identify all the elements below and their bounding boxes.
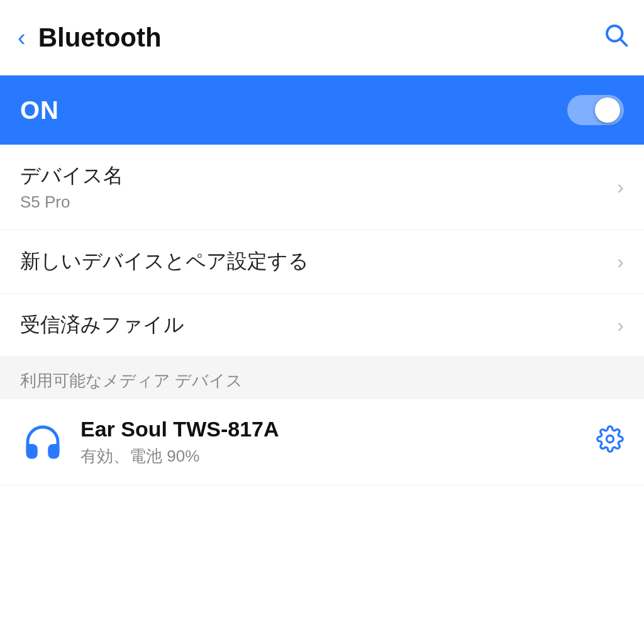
device-status: 有効、電池 90%	[80, 445, 279, 467]
chevron-icon: ›	[617, 314, 624, 337]
toggle-switch[interactable]	[567, 95, 624, 125]
section-header-label: 利用可能なメディア デバイス	[20, 371, 243, 390]
menu-section: デバイス名 S5 Pro › 新しいデバイスとペア設定する › 受信済みファイル…	[0, 145, 644, 357]
menu-item-pair-new-device[interactable]: 新しいデバイスとペア設定する ›	[0, 230, 644, 294]
device-row-left: Ear Soul TWS-817A 有効、電池 90%	[20, 417, 279, 467]
header: ‹ Bluetooth	[0, 0, 644, 75]
device-info: Ear Soul TWS-817A 有効、電池 90%	[80, 417, 279, 467]
headphone-icon	[20, 419, 65, 465]
chevron-icon: ›	[617, 175, 624, 199]
menu-item-device-name[interactable]: デバイス名 S5 Pro ›	[0, 145, 644, 230]
menu-item-pair-new-device-title: 新しいデバイスとペア設定する	[20, 248, 309, 275]
toggle-knob	[595, 97, 620, 123]
chevron-icon: ›	[617, 250, 624, 274]
back-button[interactable]: ‹	[15, 23, 28, 52]
toggle-label: ON	[20, 96, 59, 125]
device-row-ear-soul[interactable]: Ear Soul TWS-817A 有効、電池 90%	[0, 399, 644, 486]
available-devices-section-header: 利用可能なメディア デバイス	[0, 357, 644, 399]
gear-icon[interactable]	[596, 425, 624, 459]
header-left: ‹ Bluetooth	[15, 23, 162, 53]
menu-item-device-name-content: デバイス名 S5 Pro	[20, 162, 123, 212]
menu-item-received-files-title: 受信済みファイル	[20, 311, 184, 339]
page-title: Bluetooth	[38, 23, 162, 53]
search-icon[interactable]	[602, 21, 629, 54]
menu-item-received-files-content: 受信済みファイル	[20, 311, 184, 339]
svg-point-2	[607, 436, 614, 443]
menu-item-pair-new-device-content: 新しいデバイスとペア設定する	[20, 248, 309, 275]
bluetooth-toggle[interactable]	[567, 95, 624, 125]
menu-item-received-files[interactable]: 受信済みファイル ›	[0, 294, 644, 357]
menu-item-device-name-title: デバイス名	[20, 162, 123, 190]
bluetooth-toggle-banner: ON	[0, 75, 644, 145]
device-name: Ear Soul TWS-817A	[80, 417, 279, 441]
svg-line-1	[621, 39, 627, 45]
menu-item-device-name-subtitle: S5 Pro	[20, 192, 123, 212]
